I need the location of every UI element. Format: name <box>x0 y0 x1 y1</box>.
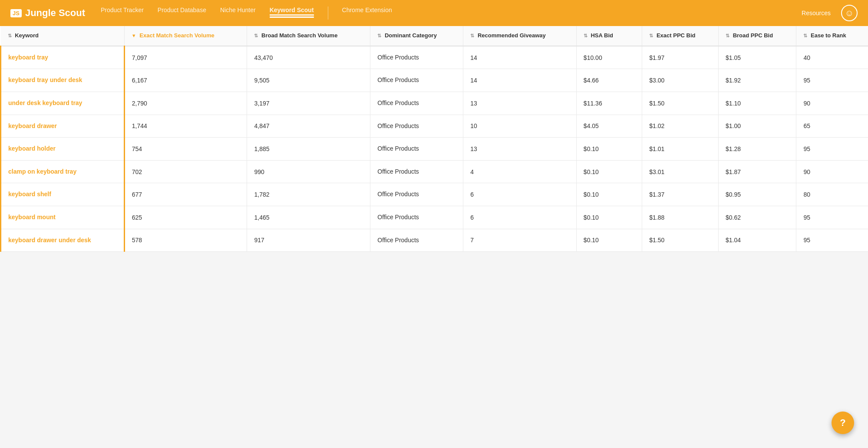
cell-broad_ppc_bid: $1.92 <box>719 69 796 92</box>
cell-exact_ppc_bid: $3.01 <box>642 160 719 183</box>
cell-exact_ppc_bid: $3.00 <box>642 69 719 92</box>
cell-dominant_category: Office Products <box>370 115 463 138</box>
cell-broad_ppc_bid: $1.28 <box>719 138 796 161</box>
col-header-ease-to-rank[interactable]: ⇅ Ease to Rank <box>796 26 868 46</box>
sort-icon-ease-to-rank: ⇅ <box>803 33 807 39</box>
table-row: keyboard tray under desk6,1679,505Office… <box>1 69 868 92</box>
sort-icon-dominant-category: ⇅ <box>377 33 381 39</box>
col-header-exact-match[interactable]: ▼ Exact Match Search Volume <box>124 26 247 46</box>
cell-exact_match: 578 <box>124 229 247 252</box>
cell-dominant_category: Office Products <box>370 206 463 229</box>
table-row: under desk keyboard tray2,7903,197Office… <box>1 92 868 115</box>
table-row: keyboard drawer1,7444,847Office Products… <box>1 115 868 138</box>
col-header-exact-ppc-bid[interactable]: ⇅ Exact PPC Bid <box>642 26 719 46</box>
cell-exact_ppc_bid: $1.97 <box>642 46 719 69</box>
cell-broad_match: 990 <box>247 160 370 183</box>
nav-chrome-extension[interactable]: Chrome Extension <box>342 7 392 20</box>
cell-broad_ppc_bid: $0.95 <box>719 183 796 206</box>
cell-hsa_bid: $0.10 <box>576 160 642 183</box>
cell-hsa_bid: $0.10 <box>576 138 642 161</box>
keyword-cell[interactable]: keyboard shelf <box>1 183 125 206</box>
col-header-broad-ppc-bid[interactable]: ⇅ Broad PPC Bid <box>719 26 796 46</box>
cell-exact_ppc_bid: $1.50 <box>642 92 719 115</box>
cell-dominant_category: Office Products <box>370 229 463 252</box>
sort-icon-hsa-bid: ⇅ <box>584 33 587 39</box>
sort-icon-exact-ppc-bid: ⇅ <box>649 33 653 39</box>
user-avatar[interactable]: ☺ <box>841 5 858 21</box>
cell-broad_match: 1,885 <box>247 138 370 161</box>
cell-broad_ppc_bid: $1.04 <box>719 229 796 252</box>
nav-keyword-scout[interactable]: Keyword Scout <box>270 7 314 16</box>
cell-hsa_bid: $10.00 <box>576 46 642 69</box>
cell-exact_match: 6,167 <box>124 69 247 92</box>
nav-keyword-scout-wrap: Keyword Scout <box>270 7 314 20</box>
cell-hsa_bid: $0.10 <box>576 183 642 206</box>
table-row: keyboard tray7,09743,470Office Products1… <box>1 46 868 69</box>
table-body: keyboard tray7,09743,470Office Products1… <box>1 46 868 252</box>
col-label-recommended-giveaway: Recommended Giveaway <box>478 32 546 39</box>
cell-ease_to_rank: 90 <box>796 92 868 115</box>
logo-text: Jungle Scout <box>25 7 85 19</box>
col-header-recommended-giveaway[interactable]: ⇅ Recommended Giveaway <box>463 26 577 46</box>
cell-recommended_giveaway: 7 <box>463 229 577 252</box>
table-row: keyboard mount6251,465Office Products6$0… <box>1 206 868 229</box>
user-icon: ☺ <box>845 8 854 18</box>
cell-exact_match: 702 <box>124 160 247 183</box>
resources-link[interactable]: Resources <box>802 10 831 16</box>
cell-recommended_giveaway: 6 <box>463 183 577 206</box>
keyword-cell[interactable]: keyboard mount <box>1 206 125 229</box>
keyword-cell[interactable]: keyboard holder <box>1 138 125 161</box>
cell-exact_match: 7,097 <box>124 46 247 69</box>
cell-exact_match: 677 <box>124 183 247 206</box>
cell-dominant_category: Office Products <box>370 92 463 115</box>
col-header-hsa-bid[interactable]: ⇅ HSA Bid <box>576 26 642 46</box>
table-row: keyboard shelf6771,782Office Products6$0… <box>1 183 868 206</box>
table-container: ⇅ Keyword ▼ Exact Match Search Volume ⇅ … <box>0 26 868 252</box>
nav-niche-hunter[interactable]: Niche Hunter <box>220 7 256 20</box>
logo[interactable]: JS Jungle Scout <box>10 7 85 19</box>
keyword-cell[interactable]: keyboard drawer <box>1 115 125 138</box>
col-label-exact-match: Exact Match Search Volume <box>139 32 214 39</box>
col-header-keyword[interactable]: ⇅ Keyword <box>1 26 125 46</box>
table-row: keyboard drawer under desk578917Office P… <box>1 229 868 252</box>
col-label-hsa-bid: HSA Bid <box>591 32 613 39</box>
table-header: ⇅ Keyword ▼ Exact Match Search Volume ⇅ … <box>1 26 868 46</box>
col-header-dominant-category[interactable]: ⇅ Dominant Category <box>370 26 463 46</box>
cell-recommended_giveaway: 10 <box>463 115 577 138</box>
table-row: clamp on keyboard tray702990Office Produ… <box>1 160 868 183</box>
cell-broad_match: 1,782 <box>247 183 370 206</box>
col-label-broad-match: Broad Match Search Volume <box>261 32 337 39</box>
cell-exact_match: 754 <box>124 138 247 161</box>
cell-exact_match: 1,744 <box>124 115 247 138</box>
keyword-cell[interactable]: keyboard tray under desk <box>1 69 125 92</box>
cell-hsa_bid: $0.10 <box>576 206 642 229</box>
cell-broad_ppc_bid: $1.05 <box>719 46 796 69</box>
keyword-cell[interactable]: keyboard drawer under desk <box>1 229 125 252</box>
col-label-ease-to-rank: Ease to Rank <box>811 32 846 39</box>
cell-hsa_bid: $4.05 <box>576 115 642 138</box>
nav-product-tracker[interactable]: Product Tracker <box>101 7 144 20</box>
cell-hsa_bid: $0.10 <box>576 229 642 252</box>
app-header: JS Jungle Scout Product Tracker Product … <box>0 0 868 26</box>
cell-recommended_giveaway: 13 <box>463 138 577 161</box>
sort-icon-broad-match: ⇅ <box>254 33 258 39</box>
keyword-cell[interactable]: clamp on keyboard tray <box>1 160 125 183</box>
cell-broad_match: 9,505 <box>247 69 370 92</box>
cell-dominant_category: Office Products <box>370 69 463 92</box>
cell-ease_to_rank: 65 <box>796 115 868 138</box>
header-left: JS Jungle Scout Product Tracker Product … <box>10 7 392 20</box>
cell-recommended_giveaway: 13 <box>463 92 577 115</box>
col-header-broad-match[interactable]: ⇅ Broad Match Search Volume <box>247 26 370 46</box>
cell-broad_ppc_bid: $0.62 <box>719 206 796 229</box>
keyword-cell[interactable]: keyboard tray <box>1 46 125 69</box>
cell-exact_ppc_bid: $1.02 <box>642 115 719 138</box>
main-nav: Product Tracker Product Database Niche H… <box>101 7 392 20</box>
cell-exact_match: 625 <box>124 206 247 229</box>
cell-hsa_bid: $4.66 <box>576 69 642 92</box>
cell-ease_to_rank: 90 <box>796 160 868 183</box>
keyword-cell[interactable]: under desk keyboard tray <box>1 92 125 115</box>
header-row: ⇅ Keyword ▼ Exact Match Search Volume ⇅ … <box>1 26 868 46</box>
cell-recommended_giveaway: 4 <box>463 160 577 183</box>
nav-product-database[interactable]: Product Database <box>158 7 206 20</box>
cell-ease_to_rank: 80 <box>796 183 868 206</box>
